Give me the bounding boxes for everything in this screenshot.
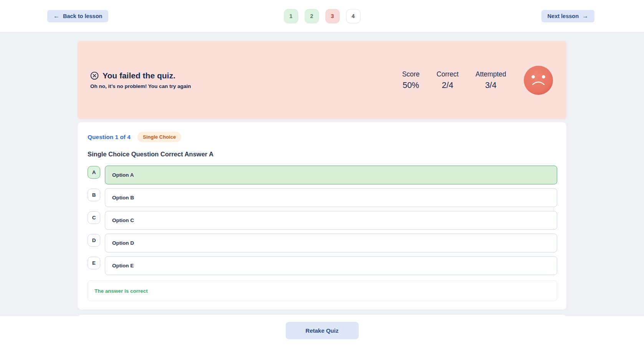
stat-correct-value: 2/4 — [437, 81, 459, 90]
next-lesson-label: Next lesson — [548, 13, 579, 19]
answer-feedback-text: The answer is correct — [94, 288, 148, 294]
result-banner-text: You failed the quiz. Oh no, it’s no prob… — [90, 71, 191, 89]
back-to-lesson-label: Back to lesson — [63, 13, 102, 19]
result-title: You failed the quiz. — [103, 71, 175, 80]
question-progress: Question 1 of 4 — [88, 134, 131, 141]
quiz-results-content: You failed the quiz. Oh no, it’s no prob… — [0, 32, 644, 316]
option-b[interactable]: Option B — [105, 188, 557, 207]
top-navigation-bar: ← Back to lesson 1 2 3 4 Next lesson → — [0, 0, 644, 32]
option-letter-badge-b[interactable]: B — [88, 189, 100, 201]
stat-attempted: Attempted 3/4 — [475, 70, 506, 90]
stat-score: Score 50% — [402, 70, 420, 90]
option-row-c: C Option C — [88, 211, 557, 230]
option-letter-badge-a[interactable]: A — [88, 166, 100, 179]
option-letter-badge-d[interactable]: D — [88, 234, 100, 247]
question-pill-1[interactable]: 1 — [284, 9, 298, 23]
arrow-right-icon: → — [582, 13, 588, 20]
question-number-pills: 1 2 3 4 — [284, 9, 360, 23]
result-stats: Score 50% Correct 2/4 Attempted 3/4 — [402, 70, 506, 90]
result-subtitle: Oh no, it’s no problem! You can try agai… — [90, 83, 191, 89]
stat-attempted-label: Attempted — [475, 70, 506, 78]
question-card: Question 1 of 4 Single Choice Single Cho… — [78, 122, 566, 310]
stat-correct-label: Correct — [437, 70, 459, 78]
option-e[interactable]: Option E — [105, 256, 557, 275]
answer-feedback: The answer is correct — [88, 280, 557, 301]
next-question-card-partial — [78, 315, 566, 316]
option-letter-badge-e[interactable]: E — [88, 257, 100, 269]
circle-x-icon — [90, 71, 99, 80]
question-type-badge: Single Choice — [137, 132, 181, 142]
bottom-action-bar: Retake Quiz — [0, 316, 644, 345]
option-d[interactable]: Option D — [105, 234, 557, 252]
question-pill-2[interactable]: 2 — [305, 9, 319, 23]
result-banner: You failed the quiz. Oh no, it’s no prob… — [78, 41, 566, 119]
sad-face-icon — [524, 66, 553, 95]
option-letter-badge-c[interactable]: C — [88, 211, 100, 224]
retake-quiz-button[interactable]: Retake Quiz — [286, 322, 359, 339]
stat-attempted-value: 3/4 — [475, 81, 506, 90]
question-pill-4[interactable]: 4 — [346, 9, 360, 23]
question-pill-3[interactable]: 3 — [325, 9, 339, 23]
arrow-left-icon: ← — [53, 13, 60, 20]
question-title: Single Choice Question Correct Answer A — [88, 151, 557, 158]
option-row-d: D Option D — [88, 234, 557, 252]
stat-score-value: 50% — [402, 81, 420, 90]
option-row-a: A Option A — [88, 166, 557, 184]
answer-options: A Option A B Option B C Option C D Optio… — [88, 166, 557, 275]
next-lesson-button[interactable]: Next lesson → — [541, 10, 594, 22]
option-row-e: E Option E — [88, 256, 557, 275]
back-to-lesson-button[interactable]: ← Back to lesson — [47, 10, 108, 22]
stat-score-label: Score — [402, 70, 420, 78]
option-c[interactable]: Option C — [105, 211, 557, 230]
option-a[interactable]: Option A — [105, 166, 557, 184]
stat-correct: Correct 2/4 — [437, 70, 459, 90]
option-row-b: B Option B — [88, 188, 557, 207]
